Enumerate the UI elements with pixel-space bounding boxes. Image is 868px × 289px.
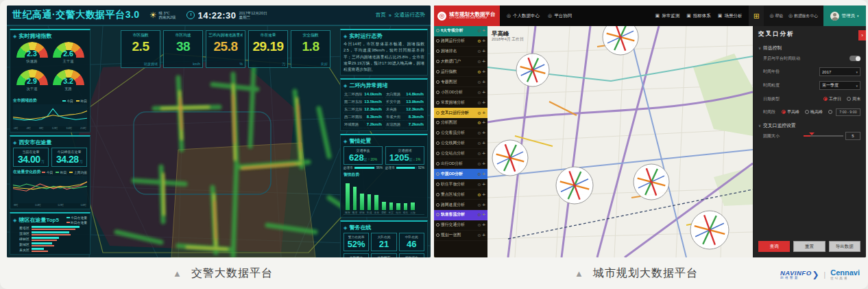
section-monitor[interactable]: ∨交叉口监控设置 [758, 122, 860, 129]
plus-icon[interactable]: + [483, 192, 485, 198]
menu-item[interactable]: ◎个人数据中心 [507, 13, 540, 19]
gear-icon[interactable]: ⚙ [477, 28, 481, 33]
gear-icon[interactable]: ⚙ [477, 203, 481, 207]
layer-item[interactable]: 交叉口运行分析⚙+ [434, 108, 487, 118]
time-range-box[interactable]: 7:00 - 9:00 [836, 108, 860, 116]
gear-icon[interactable]: ⚙ [477, 111, 481, 115]
plus-icon[interactable]: + [483, 211, 485, 218]
year-select[interactable]: 2017▾ [819, 67, 860, 76]
layer-item[interactable]: 重点区域分析⚙+ [434, 189, 487, 200]
plus-icon[interactable]: + [483, 202, 485, 208]
menu-item[interactable]: ◎平台协同 [548, 13, 572, 19]
layer-item[interactable]: 运行指数⚙+ [434, 67, 487, 78]
linkage-toggle[interactable] [849, 56, 860, 61]
top5-bars: 雁塔区莲湖区碑林区新城区未央区 [13, 226, 87, 252]
radio-option[interactable]: 周末 [847, 96, 860, 102]
radio-option[interactable]: 早高峰 [782, 109, 799, 115]
intersection-diagram[interactable] [634, 164, 669, 200]
gear-icon[interactable]: ⚙ [477, 222, 481, 227]
gear-icon[interactable]: ⚙ [477, 100, 481, 105]
layer-item[interactable]: 大数据门户⚙+ [434, 57, 487, 67]
layer-item[interactable]: 路网速度分析⚙+ [434, 200, 487, 210]
plus-icon[interactable]: + [483, 181, 485, 187]
layer-item[interactable]: 公交站点分析⚙+ [434, 149, 487, 159]
panel-button[interactable]: 导出数据 [829, 241, 860, 252]
layer-dot-icon [436, 60, 439, 63]
panel-icon: ◈ [343, 139, 347, 144]
plus-icon[interactable]: + [483, 100, 485, 106]
plus-icon[interactable]: + [483, 161, 485, 167]
plus-icon[interactable]: + [483, 38, 485, 44]
layer-item[interactable]: 职住平衡分析⚙+ [434, 179, 487, 189]
layer-item[interactable]: 规划一张图⚙+ [434, 231, 487, 241]
radio-option[interactable]: 工作日 [823, 96, 841, 102]
gear-icon[interactable]: ⚙ [477, 80, 481, 84]
layer-item[interactable]: 专题图层⚙+ [434, 77, 487, 87]
layer-item[interactable]: 路网运行分析⚙+ [434, 36, 487, 47]
gear-icon[interactable]: ⚙ [477, 151, 481, 156]
status-panel: ◈实时运行态势 今日14时，市区整体基本畅通。拥堵指数2.5，平均速度38km/… [340, 29, 428, 76]
plus-icon[interactable]: + [483, 171, 485, 177]
intersection-diagram[interactable] [492, 140, 528, 176]
plus-icon[interactable]: + [483, 130, 485, 136]
layer-item[interactable]: 6大专项分析⚙+ [434, 26, 487, 36]
gear-icon[interactable]: ⚙ [477, 130, 481, 135]
circle-size-slider[interactable] [804, 135, 843, 137]
intersection-diagram[interactable] [690, 211, 729, 249]
gear-icon[interactable]: ⚙ [477, 38, 481, 43]
layer-item[interactable]: 小区OD分析⚙+ [434, 87, 487, 97]
breadcrumb-home[interactable]: 首页 [376, 12, 386, 19]
circle-size-value[interactable]: 5 [845, 132, 860, 140]
menu-item[interactable]: ▣指标体系 [686, 13, 711, 19]
layer-item[interactable]: 轨道客流分析⚙+ [434, 210, 487, 220]
panel-button[interactable]: 重置 [793, 241, 825, 252]
menu-item[interactable]: ▣场景分析 [718, 13, 743, 19]
plus-icon[interactable]: + [483, 140, 485, 146]
plus-icon[interactable]: + [483, 119, 485, 126]
plus-icon[interactable]: + [483, 58, 485, 65]
gear-icon[interactable]: ⚙ [477, 212, 481, 217]
layer-item[interactable]: 中观OD分析⚙+ [434, 169, 487, 179]
plus-icon[interactable]: + [483, 110, 485, 116]
plus-icon[interactable]: + [483, 222, 485, 228]
plus-icon[interactable]: + [483, 48, 485, 54]
layer-item[interactable]: 公交客流分析⚙+ [434, 128, 487, 139]
menu-item[interactable]: ▣异常监测 [655, 13, 680, 19]
gear-icon[interactable]: ⚙ [477, 233, 481, 238]
layer-item[interactable]: 拥堵排名⚙+ [434, 47, 487, 57]
gear-icon[interactable]: ⚙ [477, 49, 481, 54]
panel-collapse-button[interactable]: › [858, 30, 866, 41]
gear-icon[interactable]: ⚙ [477, 59, 481, 64]
gear-icon[interactable]: ⚙ [477, 172, 481, 176]
gear-icon[interactable]: ⚙ [477, 90, 481, 95]
intersection-diagram[interactable] [516, 54, 549, 86]
gear-icon[interactable]: ⚙ [477, 141, 481, 146]
user-chip[interactable]: 管理员 ▾ [823, 5, 866, 26]
granularity-select[interactable]: 第一季度▾ [819, 81, 860, 90]
query-button[interactable]: 查询 [758, 241, 790, 252]
plus-icon[interactable]: + [483, 27, 485, 34]
section-filter[interactable]: ∨筛选控制 [758, 45, 860, 51]
plus-icon[interactable]: + [483, 69, 485, 75]
gear-icon[interactable]: ⚙ [477, 192, 481, 197]
plus-icon[interactable]: + [483, 150, 485, 157]
radio-option[interactable]: 晚高峰 [805, 109, 823, 115]
plus-icon[interactable]: + [483, 89, 485, 95]
radio-option[interactable] [828, 110, 832, 114]
layer-item[interactable]: 常发拥堵分析⚙+ [434, 97, 487, 108]
utility-item[interactable]: ◎数据服务中心 [788, 13, 818, 19]
grid-apps-icon[interactable]: ⊞ [749, 5, 764, 26]
layer-item[interactable]: 分析图层⚙+ [434, 118, 487, 128]
plus-icon[interactable]: + [483, 79, 485, 85]
utility-item[interactable]: ◎帮助 [769, 13, 783, 19]
plus-icon[interactable]: + [483, 232, 485, 238]
gear-icon[interactable]: ⚙ [477, 120, 481, 125]
layer-item[interactable]: 慢行交通分析⚙+ [434, 220, 487, 231]
gear-icon[interactable]: ⚙ [477, 69, 481, 74]
intersection-diagram[interactable] [556, 167, 593, 204]
layer-item[interactable]: 出行OD分析⚙+ [434, 159, 487, 170]
layer-item[interactable]: 公交线网分析⚙+ [434, 139, 487, 149]
city-map[interactable] [487, 26, 753, 257]
gear-icon[interactable]: ⚙ [477, 182, 481, 187]
gear-icon[interactable]: ⚙ [477, 161, 481, 166]
